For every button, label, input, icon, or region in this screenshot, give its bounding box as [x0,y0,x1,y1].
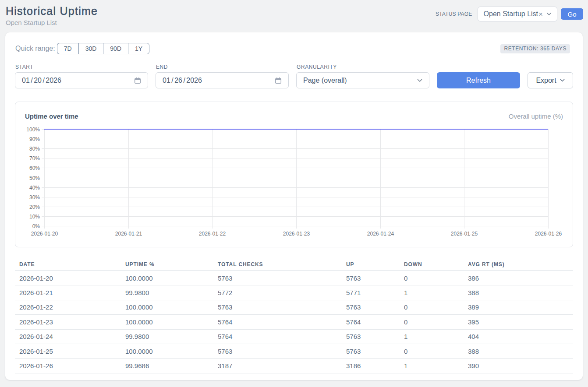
svg-text:20%: 20% [29,204,40,210]
table-cell: 100.0000 [121,271,213,285]
svg-text:30%: 30% [29,194,40,201]
start-date-value: 01 / 20 / 2026 [22,77,61,84]
table-cell: 390 [464,359,573,373]
svg-text:2026-01-22: 2026-01-22 [199,231,226,237]
granularity-select[interactable]: Page (overall) [296,72,429,88]
table-cell: 2026-01-23 [15,315,121,329]
table-cell: 388 [464,344,573,358]
title-block: Historical Uptime Open Startup List [6,4,98,26]
start-label: START [15,64,148,70]
quick-range-row: Quick range: 7D30D90D1Y RETENTION: 365 D… [15,43,573,54]
table-row: 2026-01-2699.9686318731861390 [15,359,573,373]
table-cell: 99.9686 [121,359,213,373]
table-cell: 100.0000 [121,315,213,329]
table-cell: 5764 [213,329,342,344]
table-cell: 99.9800 [121,285,213,300]
quick-range-7d-button[interactable]: 7D [57,43,78,54]
granularity-selected-value: Page (overall) [303,77,347,84]
chevron-down-icon [417,79,422,82]
table-cell: 3187 [213,359,342,373]
table-cell: 5763 [342,329,400,344]
quick-range-group: 7D30D90D1Y [57,43,149,54]
refresh-button[interactable]: Refresh [437,72,520,88]
table-cell: 5772 [213,285,342,300]
end-field: END 01 / 26 / 2026 [156,64,289,88]
table-cell: 386 [464,271,573,285]
table-cell: 100.0000 [121,300,213,314]
table-column-header: UPTIME % [121,258,213,271]
table-cell: 99.9800 [121,329,213,344]
page-subtitle: Open Startup List [6,19,98,26]
uptime-chart-card: Uptime over time Overall uptime (%) 0%10… [15,102,573,247]
svg-text:2026-01-21: 2026-01-21 [115,231,142,237]
svg-text:40%: 40% [29,185,40,191]
page-header: Historical Uptime Open Startup List STAT… [0,0,588,32]
start-date-input[interactable]: 01 / 20 / 2026 [15,72,148,88]
svg-text:50%: 50% [29,175,40,181]
table-row: 2026-01-2499.9800576457631404 [15,329,573,344]
end-label: END [156,64,289,70]
quick-range-1y-button[interactable]: 1Y [128,43,149,54]
table-cell: 1 [400,285,464,300]
table-column-header: AVG RT (MS) [464,258,573,271]
calendar-icon[interactable] [275,77,282,84]
end-date-value: 01 / 26 / 2026 [163,77,202,84]
quick-range-90d-button[interactable]: 90D [103,43,128,54]
status-page-select[interactable]: Open Startup List × [478,7,557,21]
chart-title: Uptime over time [25,113,78,120]
table-cell: 2026-01-21 [15,285,121,300]
quick-range-30d-button[interactable]: 30D [78,43,103,54]
table-row: 2026-01-20100.0000576357630386 [15,271,573,285]
go-button[interactable]: Go [561,8,583,20]
table-cell: 2026-01-24 [15,329,121,344]
table-cell: 100.0000 [121,344,213,358]
granularity-label: GRANULARITY [297,64,429,70]
main-card: Quick range: 7D30D90D1Y RETENTION: 365 D… [5,32,583,380]
topbar-controls: STATUS PAGE Open Startup List × Go [436,7,583,21]
status-page-selected-value: Open Startup List [484,10,538,18]
table-column-header: DOWN [400,258,464,271]
end-date-input[interactable]: 01 / 26 / 2026 [156,72,289,88]
table-cell: 5763 [342,271,400,285]
svg-text:80%: 80% [29,146,40,152]
chart-header: Uptime over time Overall uptime (%) [15,102,573,120]
table-cell: 3186 [342,359,400,373]
table-cell: 395 [464,315,573,329]
table-cell: 5763 [342,344,400,358]
svg-text:90%: 90% [29,136,40,142]
table-column-header: UP [342,258,400,271]
clear-selection-icon[interactable]: × [538,11,543,18]
svg-text:2026-01-24: 2026-01-24 [367,231,394,237]
table-cell: 389 [464,300,573,314]
table-cell: 404 [464,329,573,344]
table-cell: 5764 [342,315,400,329]
table-cell: 2026-01-26 [15,359,121,373]
table-row: 2026-01-25100.0000576357630388 [15,344,573,358]
table-header-row: DATEUPTIME %TOTAL CHECKSUPDOWNAVG RT (MS… [15,258,573,271]
svg-text:100%: 100% [26,127,40,133]
retention-badge: RETENTION: 365 DAYS [500,44,570,53]
quick-range-label: Quick range: [15,45,55,53]
table-cell: 2026-01-22 [15,300,121,314]
status-page-label: STATUS PAGE [436,11,472,17]
chevron-down-icon [546,12,552,16]
start-field: START 01 / 20 / 2026 [15,64,148,88]
table-cell: 0 [400,300,464,314]
calendar-icon[interactable] [134,77,141,84]
table-cell: 5763 [213,271,342,285]
svg-text:2026-01-26: 2026-01-26 [535,231,562,237]
page-title: Historical Uptime [6,4,98,18]
table-row: 2026-01-2199.9800577257711388 [15,285,573,300]
table-column-header: DATE [15,258,121,271]
export-button-label: Export [536,77,556,84]
export-button[interactable]: Export [528,72,573,88]
table-row: 2026-01-23100.0000576457640395 [15,315,573,329]
svg-text:2026-01-25: 2026-01-25 [451,231,478,237]
table-cell: 5764 [213,315,342,329]
table-cell: 0 [400,315,464,329]
svg-text:60%: 60% [29,165,40,171]
uptime-table: DATEUPTIME %TOTAL CHECKSUPDOWNAVG RT (MS… [15,258,573,373]
filters-row: START 01 / 20 / 2026 END 01 / 26 / 2026 [15,64,573,88]
table-cell: 2026-01-25 [15,344,121,358]
chart-right-label: Overall uptime (%) [509,113,563,120]
